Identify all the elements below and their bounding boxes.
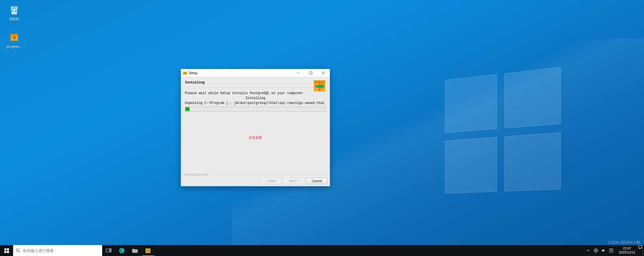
wait-text: Please wait while Setup installs Postgre… xyxy=(185,91,326,96)
close-button[interactable] xyxy=(317,69,330,77)
windows-logo-wallpaper xyxy=(445,67,560,193)
task-view-icon xyxy=(106,248,111,253)
tray-volume[interactable] xyxy=(600,245,607,256)
package-icon xyxy=(145,247,151,254)
close-icon xyxy=(322,72,325,74)
windows-start-icon xyxy=(4,248,9,253)
tray-network[interactable] xyxy=(592,245,600,256)
progress-bar xyxy=(185,107,326,112)
footer: InstallBuilder < Back Next > Cancel xyxy=(181,175,330,186)
clock-date: 2023/12/12 xyxy=(619,251,635,255)
package-icon xyxy=(9,32,20,43)
show-desktop-button[interactable] xyxy=(642,245,644,256)
unpack-text: Unpacking C:\Program [...]A\doc\postgres… xyxy=(185,101,326,106)
action-center-button[interactable] xyxy=(638,245,642,256)
minimize-button[interactable] xyxy=(292,69,305,77)
window-title: Setup xyxy=(189,71,292,75)
search-icon xyxy=(16,248,20,253)
annotation-text: 正在安装 xyxy=(181,135,330,140)
section-header-text: Installing xyxy=(185,81,205,85)
search-input[interactable] xyxy=(23,248,99,253)
volume-icon xyxy=(601,248,606,253)
brand-label: InstallBuilder xyxy=(183,173,209,176)
status-label: Installing xyxy=(185,96,326,101)
taskbar: 22:47 2023/12/12 xyxy=(0,245,644,256)
chevron-up-icon xyxy=(587,249,590,252)
next-button: Next > xyxy=(283,178,305,184)
taskbar-file-explorer[interactable] xyxy=(128,245,141,256)
taskbar-setup[interactable] xyxy=(141,245,155,256)
app-icon xyxy=(183,71,187,75)
section-body: Please wait while Setup installs Postgre… xyxy=(181,88,330,112)
postgresql-installer-icon[interactable]: postgres... xyxy=(4,31,25,49)
folder-icon xyxy=(132,247,138,254)
svg-rect-28 xyxy=(639,246,642,248)
svg-rect-18 xyxy=(132,250,137,252)
cancel-button[interactable]: Cancel xyxy=(306,178,327,184)
taskbar-clock[interactable]: 22:47 2023/12/12 xyxy=(616,245,638,256)
svg-rect-16 xyxy=(110,251,111,252)
svg-line-13 xyxy=(19,251,20,253)
notification-icon xyxy=(638,245,642,249)
recycle-bin-label: 回收站 xyxy=(4,17,25,22)
setup-window: Setup Installing Please wait while Setup… xyxy=(181,69,330,186)
svg-point-12 xyxy=(16,249,19,252)
maximize-button[interactable] xyxy=(305,69,317,77)
minimize-icon xyxy=(297,72,300,74)
taskbar-search[interactable] xyxy=(13,245,102,256)
trash-icon xyxy=(8,4,20,15)
start-button[interactable] xyxy=(0,245,13,256)
task-view-button[interactable] xyxy=(102,245,115,256)
svg-rect-20 xyxy=(146,248,150,250)
svg-rect-6 xyxy=(310,72,312,74)
installer-logo-icon xyxy=(312,78,327,93)
titlebar[interactable]: Setup xyxy=(181,69,330,77)
recycle-bin-icon[interactable]: 回收站 xyxy=(4,3,25,22)
section-header: Installing xyxy=(181,77,330,88)
back-button: < Back xyxy=(260,178,282,184)
progress-fill xyxy=(185,107,190,111)
network-icon xyxy=(594,248,598,253)
postgresql-installer-label: postgres... xyxy=(4,45,25,49)
clock-time: 22:47 xyxy=(619,246,635,251)
watermark: CSDN @DBA小阙 xyxy=(608,240,640,245)
edge-icon xyxy=(119,247,125,254)
taskbar-edge[interactable] xyxy=(115,245,128,256)
system-tray xyxy=(583,245,616,256)
tray-chevron-up[interactable] xyxy=(584,245,592,256)
ime-icon xyxy=(609,248,613,253)
tray-ime[interactable] xyxy=(607,245,615,256)
svg-rect-14 xyxy=(106,249,110,252)
maximize-icon xyxy=(309,72,312,74)
svg-rect-15 xyxy=(110,249,111,250)
